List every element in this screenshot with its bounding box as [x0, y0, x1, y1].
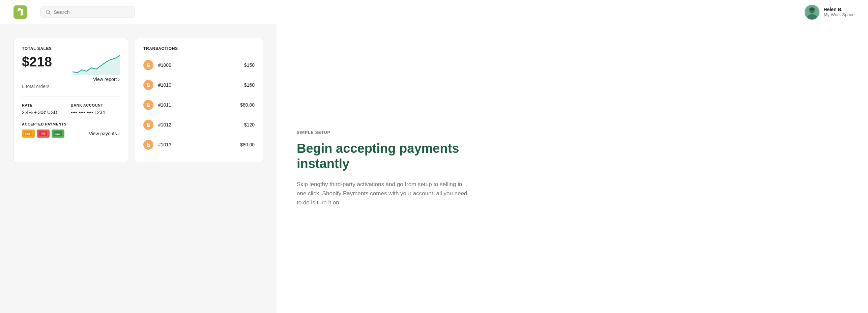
card-divider [22, 96, 120, 96]
main-layout: TOTAL SALES $218 View report › [0, 24, 868, 313]
transaction-row[interactable]: #1010 $160 [143, 75, 255, 95]
lock-badge [143, 80, 153, 90]
transaction-amount: $120 [244, 122, 255, 127]
search-area[interactable] [40, 6, 135, 18]
lock-badge [143, 140, 153, 150]
rate-row: RATE 2.4% + 30¢ USD BANK ACCOUNT •••• ••… [22, 103, 120, 115]
transaction-amount: $150 [244, 62, 255, 68]
avatar [805, 5, 819, 20]
svg-point-17 [148, 86, 149, 86]
transaction-row[interactable]: #1013 $80.00 [143, 135, 255, 154]
transaction-id: #1011 [158, 102, 240, 108]
chevron-right-icon: › [118, 77, 120, 82]
transaction-amount: $160 [244, 82, 255, 88]
right-panel: SIMPLE SETUP Begin accepting payments in… [277, 24, 868, 313]
chevron-right-icon2: › [118, 131, 120, 136]
svg-point-23 [148, 145, 149, 146]
visa-icon: VISA [22, 130, 35, 138]
svg-point-21 [148, 125, 149, 126]
lock-badge [143, 100, 153, 110]
transactions-label: TRANSACTIONS [143, 46, 255, 51]
sales-orders: 6 total orders [22, 84, 50, 89]
bank-col: BANK ACCOUNT •••• •••• •••• 1234 [71, 103, 105, 115]
transaction-id: #1009 [158, 62, 244, 68]
transaction-row[interactable]: #1011 $80.00 [143, 95, 255, 115]
view-report-row: View report › [22, 77, 120, 82]
accepted-row: VISA [22, 130, 120, 138]
search-icon [46, 9, 51, 15]
search-input[interactable] [54, 9, 130, 15]
setup-heading: Begin accepting payments instantly [297, 141, 479, 172]
left-panel: TOTAL SALES $218 View report › [0, 24, 277, 313]
svg-line-2 [49, 13, 51, 15]
user-area[interactable]: Helen B. My Work Space [805, 5, 855, 20]
view-report-link[interactable]: View report › [93, 77, 120, 82]
transactions-card: TRANSACTIONS #1009 $150 [135, 38, 263, 163]
sales-card-label: TOTAL SALES [22, 46, 120, 51]
sales-card: TOTAL SALES $218 View report › [13, 38, 128, 163]
view-payouts-link[interactable]: View payouts › [89, 131, 120, 136]
search-box[interactable] [40, 6, 135, 18]
cards-row: TOTAL SALES $218 View report › [13, 38, 263, 163]
svg-text:AMEX: AMEX [55, 133, 60, 135]
transaction-id: #1010 [158, 82, 244, 88]
accepted-label: ACCEPTED PAYMENTS [22, 122, 120, 126]
setup-description: Skip lengthy third-party activations and… [297, 180, 472, 207]
transaction-id: #1013 [158, 142, 240, 147]
setup-label: SIMPLE SETUP [297, 130, 848, 135]
user-workspace: My Work Space [823, 12, 855, 17]
user-name: Helen B. [823, 7, 855, 12]
logo[interactable] [13, 5, 27, 19]
svg-point-11 [43, 132, 46, 135]
transactions-list: #1009 $150 #1010 $160 #1011 $8 [143, 55, 255, 154]
transaction-row[interactable]: #1012 $120 [143, 115, 255, 135]
bank-value: •••• •••• •••• 1234 [71, 110, 105, 115]
svg-point-15 [148, 66, 149, 66]
shopify-logo-icon [13, 5, 27, 19]
svg-text:VISA: VISA [25, 133, 30, 135]
sales-amount: $218 [22, 55, 52, 68]
transaction-amount: $80.00 [240, 102, 255, 108]
sales-chart [73, 55, 120, 75]
svg-point-19 [148, 106, 149, 106]
svg-rect-0 [13, 5, 27, 19]
transaction-id: #1012 [158, 122, 244, 127]
payment-icons: VISA [22, 130, 64, 138]
lock-badge [143, 120, 153, 130]
lock-badge [143, 60, 153, 70]
app-header: Helen B. My Work Space [0, 0, 868, 24]
sales-top: $218 [22, 55, 120, 75]
user-info: Helen B. My Work Space [823, 7, 855, 17]
svg-point-6 [809, 7, 815, 11]
transaction-row[interactable]: #1009 $150 [143, 55, 255, 75]
bank-label: BANK ACCOUNT [71, 103, 105, 107]
amex-icon: AMEX [52, 130, 64, 138]
mastercard-icon [37, 130, 50, 138]
transaction-amount: $80.00 [240, 142, 255, 147]
rate-value: 2.4% + 30¢ USD [22, 110, 57, 115]
rate-label: RATE [22, 103, 57, 107]
rate-col: RATE 2.4% + 30¢ USD [22, 103, 57, 115]
